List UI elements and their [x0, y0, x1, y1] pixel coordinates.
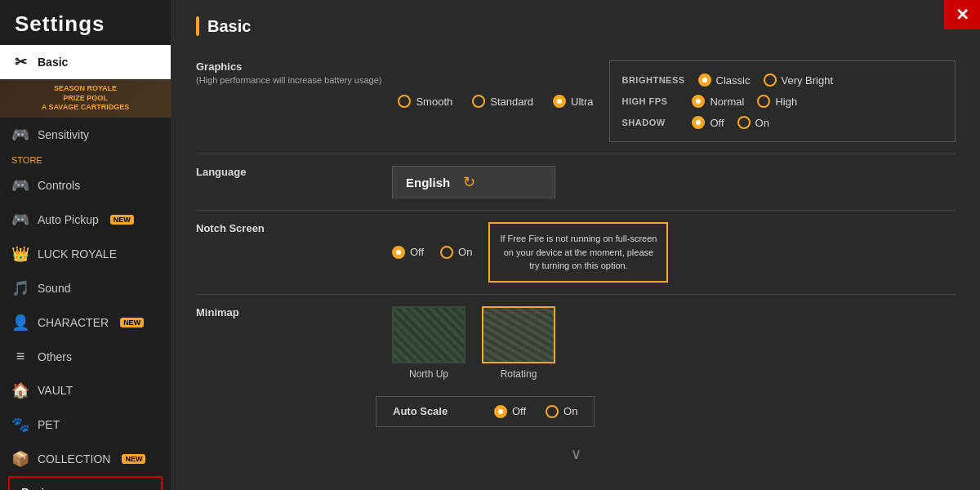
graphics-ultra[interactable]: Ultra — [553, 95, 593, 108]
close-button[interactable]: ✕ — [944, 0, 980, 29]
sidebar-item-others[interactable]: ≡ Others — [0, 340, 171, 373]
brightness-row: BRIGHTNESS Classic Very Bright — [621, 69, 943, 91]
shadow-on-label: On — [755, 117, 769, 129]
sidebar-item-pet[interactable]: 🐾 PET — [0, 408, 171, 442]
minimap-row: Minimap ▶ North Up ▲ Rotati — [196, 295, 956, 439]
autoscale-on-radio[interactable] — [546, 405, 559, 418]
autoscale-label: Auto Scale — [393, 405, 474, 417]
smooth-radio[interactable] — [398, 95, 411, 108]
others-icon: ≡ — [11, 348, 29, 365]
graphics-smooth[interactable]: Smooth — [398, 95, 452, 108]
sidebar-item-sound[interactable]: 🎵 Sound — [0, 271, 171, 305]
scroll-indicator[interactable]: ∨ — [196, 439, 956, 470]
ultra-radio[interactable] — [553, 95, 566, 108]
minimap-north-up-label: North Up — [409, 368, 448, 380]
graphics-label: Graphics (High performance will increase… — [196, 60, 381, 85]
language-value: English — [406, 176, 450, 189]
sidebar-item-label: VAULT — [38, 384, 73, 397]
highfps-normal[interactable]: Normal — [692, 95, 744, 108]
standard-label: Standard — [490, 96, 533, 108]
graphics-content: Smooth Standard Ultra BRIGHTNESS — [398, 60, 956, 142]
sidebar-item-luck-royale[interactable]: 👑 LUCK ROYALE — [0, 237, 171, 271]
minimap-rotating[interactable]: ▲ Rotating — [482, 306, 555, 380]
graphics-subpanel: BRIGHTNESS Classic Very Bright HIGH FPS — [609, 60, 956, 142]
shadow-label: SHADOW — [621, 118, 679, 127]
sidebar-item-vault[interactable]: 🏠 VAULT — [0, 373, 171, 408]
shadow-off-radio[interactable] — [692, 116, 705, 129]
very-bright-label: Very Bright — [782, 74, 834, 87]
character-icon: 👤 — [11, 314, 29, 332]
language-label: Language — [196, 166, 376, 178]
store-label: STORE — [0, 152, 171, 168]
character-badge: NEW — [120, 318, 144, 327]
autoscale-row: Auto Scale Off On — [376, 396, 595, 427]
minimap-label: Minimap — [196, 306, 376, 318]
sidebar-title: Settings — [0, 0, 171, 45]
classic-label: Classic — [716, 74, 751, 87]
notch-screen-row: Notch Screen Off On If Free Fire is not … — [196, 211, 956, 295]
sidebar-item-label: COLLECTION — [38, 452, 110, 466]
sidebar-item-sensitivity[interactable]: 🎮 Sensitivity — [0, 118, 171, 152]
shadow-off[interactable]: Off — [692, 116, 724, 129]
smooth-label: Smooth — [416, 96, 452, 108]
minimap-north-up-thumb[interactable]: ▶ — [392, 306, 466, 363]
sound-icon: 🎵 — [11, 279, 29, 297]
notch-on-label: On — [458, 246, 472, 258]
brightness-classic[interactable]: Classic — [698, 74, 751, 87]
sidebar-item-label: CHARACTER — [38, 316, 109, 329]
region-selector[interactable]: Region North America — [8, 476, 163, 490]
high-radio[interactable] — [757, 95, 770, 108]
shadow-off-label: Off — [710, 117, 724, 129]
shadow-row: SHADOW Off On — [621, 112, 943, 133]
language-content: English ↻ — [392, 166, 956, 198]
shadow-on-radio[interactable] — [737, 116, 751, 129]
autoscale-off-radio[interactable] — [494, 405, 507, 418]
graphics-options: Smooth Standard Ultra — [398, 95, 593, 108]
brightness-label: BRIGHTNESS — [621, 75, 684, 85]
collection-badge: NEW — [122, 454, 145, 464]
graphics-standard[interactable]: Standard — [472, 95, 533, 108]
sidebar-item-label: Basic — [38, 56, 68, 69]
brightness-very-bright[interactable]: Very Bright — [764, 74, 834, 87]
close-icon: ✕ — [956, 5, 969, 24]
minimap-rotating-thumb[interactable]: ▲ — [482, 306, 555, 363]
notch-off[interactable]: Off — [392, 246, 424, 259]
highfps-high[interactable]: High — [757, 95, 797, 108]
standard-radio[interactable] — [472, 95, 485, 108]
autoscale-on[interactable]: On — [546, 405, 577, 418]
sidebar: Settings ✂ Basic SEASON ROYALE PRIZE POO… — [0, 0, 172, 490]
sidebar-item-character[interactable]: 👤 CHARACTER NEW — [0, 305, 171, 340]
notch-off-radio[interactable] — [392, 246, 405, 259]
sidebar-item-label: Controls — [38, 179, 80, 192]
notch-on-radio[interactable] — [440, 246, 453, 259]
normal-radio[interactable] — [692, 95, 705, 108]
sidebar-item-collection[interactable]: 📦 COLLECTION NEW — [0, 442, 171, 476]
high-label: High — [775, 96, 797, 108]
vault-icon: 🏠 — [11, 381, 29, 399]
minimap-north-up[interactable]: ▶ North Up — [392, 306, 466, 380]
refresh-icon[interactable]: ↻ — [463, 173, 475, 191]
sidebar-item-auto-pickup[interactable]: 🎮 Auto Pickup NEW — [0, 203, 171, 237]
very-bright-radio[interactable] — [764, 74, 777, 87]
notch-on[interactable]: On — [440, 246, 472, 259]
sidebar-item-basic[interactable]: ✂ Basic — [0, 45, 171, 79]
luck-royale-icon: 👑 — [11, 245, 29, 263]
sidebar-item-controls[interactable]: 🎮 Controls — [0, 168, 171, 203]
autoscale-on-label: On — [564, 405, 577, 417]
notch-off-label: Off — [410, 246, 424, 258]
highfps-label: HIGH FPS — [621, 96, 679, 106]
section-header: Basic — [196, 16, 956, 36]
section-title: Basic — [207, 17, 251, 36]
minimap-bg-2 — [483, 308, 554, 362]
classic-radio[interactable] — [698, 74, 711, 87]
sidebar-item-label: Sound — [38, 282, 70, 295]
sidebar-banner: SEASON ROYALE PRIZE POOL A SAVAGE CARTRI… — [0, 79, 171, 118]
autoscale-off[interactable]: Off — [494, 405, 526, 418]
basic-icon: ✂ — [11, 53, 29, 71]
main-content: ✕ Basic Graphics (High performance will … — [172, 0, 980, 490]
shadow-on[interactable]: On — [737, 116, 769, 129]
highfps-row: HIGH FPS Normal High — [621, 91, 943, 112]
language-dropdown[interactable]: English ↻ — [392, 166, 555, 198]
notch-tooltip: If Free Fire is not running on full-scre… — [488, 222, 668, 283]
pet-icon: 🐾 — [11, 416, 29, 434]
